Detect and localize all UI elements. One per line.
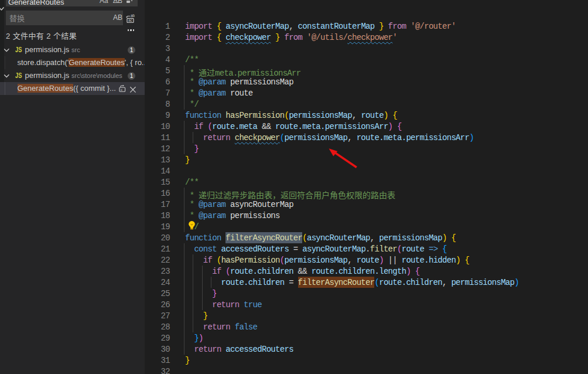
svg-text:c: c [121, 87, 122, 91]
svg-text:ac: ac [128, 18, 133, 22]
svg-text:ab: ab [131, 13, 135, 18]
